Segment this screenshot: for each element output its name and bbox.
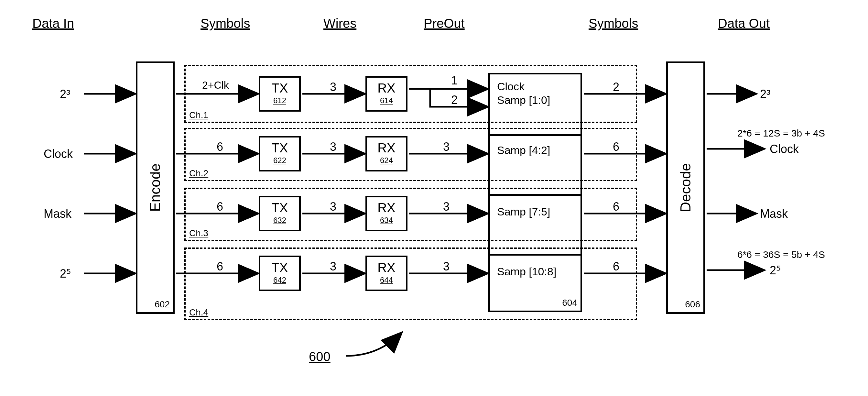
ch3-dash: [184, 188, 637, 241]
tx-622-num: 622: [260, 156, 299, 165]
tx-612: TX 612: [259, 76, 301, 112]
header-preout: PreOut: [424, 16, 465, 31]
rx-634: RX 634: [366, 196, 407, 231]
ch4-pre: 3: [443, 260, 450, 273]
tx-622: TX 622: [259, 136, 301, 172]
ch3-label: Ch.3: [189, 228, 208, 238]
input-mask: Mask: [44, 207, 71, 221]
output-25: 2⁵: [770, 264, 781, 277]
rx-624: RX 624: [366, 136, 407, 172]
ch1-wires: 3: [330, 80, 336, 94]
encode-label: Encode: [147, 163, 163, 212]
output-mask: Mask: [760, 207, 788, 221]
tx-642-num: 642: [260, 276, 299, 285]
ch2-wires: 3: [330, 140, 336, 154]
header-data-out: Data Out: [718, 16, 770, 31]
decode-label: Decode: [678, 163, 694, 212]
rx-624-num: 624: [367, 156, 406, 165]
tx-612-label: TX: [260, 81, 299, 95]
ch2-label: Ch.2: [189, 168, 208, 179]
ch1-symOut: 2: [613, 80, 619, 94]
tx-622-label: TX: [260, 141, 299, 155]
output-eq1: 2*6 = 12S = 3b + 4S: [737, 128, 825, 139]
rx-644-label: RX: [367, 261, 406, 275]
ch1-dash: [184, 65, 637, 123]
ch3-wires: 3: [330, 200, 336, 214]
tx-632-label: TX: [260, 201, 299, 215]
ch2-symOut: 6: [613, 140, 619, 154]
tx-632: TX 632: [259, 196, 301, 231]
ch2-pre: 3: [443, 140, 450, 154]
decode-num: 606: [685, 299, 700, 310]
ch3-pre: 3: [443, 200, 450, 214]
input-clock: Clock: [44, 147, 73, 161]
header-symbols-left: Symbols: [200, 16, 250, 31]
rx-614: RX 614: [366, 76, 407, 112]
ch4-symIn: 6: [217, 260, 223, 273]
ch1-symIn: 2+Clk: [202, 79, 229, 91]
output-eq2: 6*6 = 36S = 5b + 4S: [737, 249, 825, 260]
ch3-symIn: 6: [217, 200, 223, 214]
rx-624-label: RX: [367, 141, 406, 155]
header-data-in: Data In: [32, 16, 74, 31]
rx-614-label: RX: [367, 81, 406, 95]
rx-634-label: RX: [367, 201, 406, 215]
ch4-symOut: 6: [613, 260, 619, 273]
figure-number: 600: [309, 349, 331, 364]
ch1-pre1: 1: [451, 74, 458, 87]
tx-642: TX 642: [259, 255, 301, 291]
tx-612-num: 612: [260, 96, 299, 105]
ch1-label: Ch.1: [189, 110, 208, 120]
output-clock: Clock: [770, 142, 799, 156]
encode-block: Encode 602: [136, 61, 175, 314]
rx-634-num: 634: [367, 216, 406, 225]
input-23: 2³: [60, 87, 70, 101]
ch4-label: Ch.4: [189, 307, 208, 318]
tx-642-label: TX: [260, 261, 299, 275]
ch4-wires: 3: [330, 260, 336, 273]
encode-num: 602: [155, 299, 170, 310]
decode-block: Decode 606: [666, 61, 705, 314]
header-wires: Wires: [323, 16, 356, 31]
ch3-symOut: 6: [613, 200, 619, 214]
ch2-dash: [184, 128, 637, 181]
ch2-symIn: 6: [217, 140, 223, 154]
ch1-pre2: 2: [451, 93, 458, 107]
rx-644-num: 644: [367, 276, 406, 285]
header-symbols-right: Symbols: [589, 16, 638, 31]
ch4-dash: [184, 247, 637, 320]
rx-614-num: 614: [367, 96, 406, 105]
input-25: 2⁵: [60, 267, 71, 280]
tx-632-num: 632: [260, 216, 299, 225]
output-23: 2³: [760, 87, 770, 101]
rx-644: RX 644: [366, 255, 407, 291]
